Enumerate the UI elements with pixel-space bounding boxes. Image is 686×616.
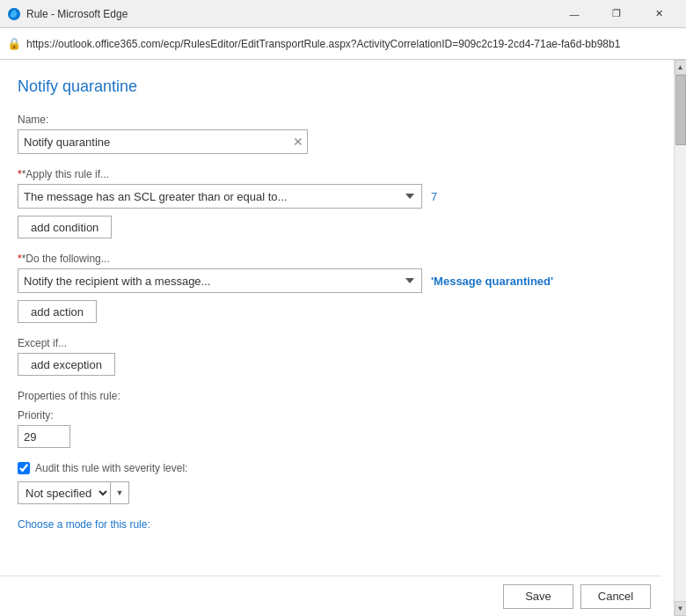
close-icon: ✕ (655, 8, 663, 19)
severity-dropdown-button[interactable]: ▼ (110, 481, 129, 504)
except-if-section: Except if... add exception (18, 337, 653, 376)
browser-icon (7, 7, 21, 21)
apply-rule-label: *Apply this rule if... (18, 168, 653, 180)
message-link[interactable]: 'Message quarantined' (431, 275, 553, 288)
name-input[interactable] (18, 136, 289, 149)
main-window: Notify quarantine Name: ✕ *Apply this ru… (0, 60, 686, 616)
name-section: Name: ✕ (18, 114, 653, 154)
bottom-bar: Save Cancel (0, 576, 661, 616)
properties-section: Properties of this rule: Priority: (18, 390, 653, 448)
do-action-row: Notify the recipient with a message... '… (18, 268, 653, 293)
name-label: Name: (18, 114, 653, 126)
do-following-section: *Do the following... Notify the recipien… (18, 253, 653, 323)
title-bar: Rule - Microsoft Edge — ❐ ✕ (0, 0, 686, 28)
page-title: Notify quarantine (18, 77, 653, 96)
name-input-wrapper: ✕ (18, 129, 308, 154)
audit-section: Audit this rule with severity level: Not… (18, 462, 653, 504)
severity-row: Not specified Low Medium High ▼ (18, 481, 653, 504)
audit-checkbox[interactable] (18, 462, 30, 474)
add-action-button[interactable]: add action (18, 300, 97, 323)
except-if-label: Except if... (18, 337, 653, 349)
minimize-icon: — (570, 9, 580, 19)
scroll-up-button[interactable]: ▲ (675, 60, 687, 75)
restore-button[interactable]: ❐ (596, 0, 637, 28)
save-button[interactable]: Save (503, 584, 573, 609)
scroll-down-button[interactable]: ▼ (675, 601, 687, 616)
priority-input[interactable] (18, 425, 70, 448)
scrollbar-thumb[interactable] (675, 75, 686, 145)
scroll-up-icon: ▲ (677, 63, 684, 71)
cancel-button[interactable]: Cancel (580, 584, 651, 609)
properties-label: Properties of this rule: (18, 390, 653, 402)
apply-rule-section: *Apply this rule if... The message has a… (18, 168, 653, 238)
scl-value-link[interactable]: 7 (431, 190, 437, 203)
choose-mode-section: Choose a mode for this rule: (18, 518, 653, 531)
apply-condition-row: The message has an SCL greater than or e… (18, 184, 653, 209)
window-title: Rule - Microsoft Edge (26, 8, 128, 20)
clear-icon: ✕ (293, 135, 303, 149)
add-exception-button[interactable]: add exception (18, 353, 115, 376)
address-bar: 🔒 (0, 28, 686, 60)
restore-icon: ❐ (612, 8, 621, 19)
audit-checkbox-row: Audit this rule with severity level: (18, 462, 653, 474)
minimize-button[interactable]: — (554, 0, 595, 28)
priority-label: Priority: (18, 409, 653, 422)
do-following-label: *Do the following... (18, 253, 653, 265)
scrollbar: ▲ ▼ (674, 60, 686, 616)
add-condition-button[interactable]: add condition (18, 216, 112, 238)
do-action-select[interactable]: Notify the recipient with a message... (18, 268, 422, 293)
severity-select[interactable]: Not specified Low Medium High (18, 481, 110, 504)
chevron-down-icon: ▼ (116, 488, 124, 497)
scroll-down-icon: ▼ (677, 605, 684, 612)
title-bar-left: Rule - Microsoft Edge (7, 7, 128, 21)
url-input[interactable] (26, 38, 679, 50)
close-button[interactable]: ✕ (639, 0, 679, 28)
audit-label[interactable]: Audit this rule with severity level: (35, 462, 187, 474)
choose-mode-label: Choose a mode for this rule: (18, 518, 653, 531)
lock-icon: 🔒 (7, 37, 21, 50)
clear-name-button[interactable]: ✕ (289, 133, 307, 150)
content-area: Notify quarantine Name: ✕ *Apply this ru… (0, 60, 674, 616)
apply-condition-select[interactable]: The message has an SCL greater than or e… (18, 184, 422, 209)
scrollbar-track[interactable] (675, 75, 687, 601)
title-bar-controls: — ❐ ✕ (554, 0, 679, 28)
